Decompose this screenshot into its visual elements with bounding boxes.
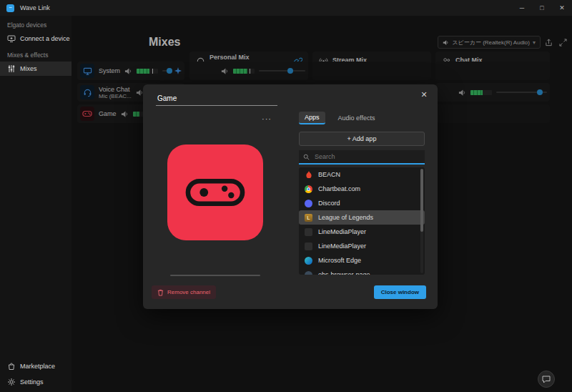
app-list-item[interactable]: LineMediaPlayer [299, 225, 425, 239]
marketplace-bag-icon [7, 362, 16, 371]
sidebar-section-mixes: Mixes & effects [0, 46, 72, 62]
maximize-button[interactable]: □ [532, 0, 552, 16]
channel-settings-dialog: ✕ ··· Apps Audio effects + Add app [143, 84, 438, 309]
add-app-button[interactable]: + Add app [299, 132, 425, 146]
modal-tabs: Apps Audio effects [299, 112, 380, 124]
channel-artwork-game [167, 144, 263, 240]
app-logo-icon: ~ [6, 4, 14, 12]
app-icon [305, 242, 312, 250]
app-list-item[interactable]: Chartbeat.com [299, 182, 425, 196]
sidebar-item-connect-device[interactable]: Connect a device [0, 31, 72, 46]
chartbeat-icon [305, 185, 312, 193]
channel-name-input[interactable] [156, 92, 277, 106]
app-search-field[interactable] [299, 150, 425, 165]
speech-bubble-icon [542, 376, 551, 383]
gear-icon [7, 378, 16, 386]
sidebar-item-label: Marketplace [20, 363, 55, 370]
search-icon [303, 154, 310, 160]
tab-audio-effects[interactable]: Audio effects [332, 112, 381, 124]
sidebar-item-label: Connect a device [20, 35, 70, 42]
close-button[interactable]: ✕ [552, 0, 572, 16]
close-icon[interactable]: ✕ [419, 90, 429, 99]
more-options-button[interactable]: ··· [262, 114, 272, 123]
monitor-plus-icon [7, 34, 16, 43]
microsoft-edge-icon [305, 257, 312, 265]
trash-icon [157, 289, 164, 296]
app-list-item[interactable]: obs-browser-page [299, 268, 425, 275]
sidebar: Elgato devices Connect a device Mixes & … [0, 16, 72, 392]
mixer-sliders-icon [7, 64, 16, 73]
scrollbar-thumb[interactable] [420, 169, 423, 232]
browser-app-icon [305, 271, 312, 275]
sidebar-item-marketplace[interactable]: Marketplace [0, 359, 72, 373]
scrollbar[interactable] [420, 169, 423, 273]
close-window-button[interactable]: Close window [374, 285, 426, 299]
app-list-item[interactable]: LineMediaPlayer [299, 239, 425, 253]
help-chat-button[interactable] [538, 371, 555, 388]
gamepad-icon [185, 172, 245, 213]
league-of-legends-icon: L [305, 214, 312, 222]
app-list-item-selected[interactable]: L League of Legends [299, 210, 425, 225]
app-list-item[interactable]: Discord [299, 196, 425, 210]
discord-icon [305, 200, 312, 207]
app-list-item[interactable]: BEACN [299, 167, 425, 182]
app-list: BEACN Chartbeat.com Discord L League of … [299, 167, 425, 275]
app-icon [305, 228, 312, 236]
app-window: ~ Wave Link ─ □ ✕ Elgato devices Connect… [0, 0, 572, 392]
sidebar-item-label: Settings [20, 378, 44, 386]
tab-apps[interactable]: Apps [299, 112, 325, 124]
app-title: Wave Link [20, 4, 50, 11]
sidebar-item-mixes[interactable]: Mixes [0, 62, 72, 76]
beacn-flame-icon [305, 171, 312, 179]
app-list-item[interactable]: Microsoft Edge [299, 253, 425, 268]
titlebar: ~ Wave Link ─ □ ✕ [0, 0, 572, 16]
sidebar-item-label: Mixes [20, 65, 37, 72]
sidebar-section-devices: Elgato devices [0, 16, 72, 31]
search-input[interactable] [313, 152, 420, 161]
remove-channel-button[interactable]: Remove channel [152, 285, 216, 299]
channel-volume-slider[interactable] [170, 275, 260, 276]
minimize-button[interactable]: ─ [512, 0, 532, 16]
sidebar-item-settings[interactable]: Settings [0, 375, 72, 389]
